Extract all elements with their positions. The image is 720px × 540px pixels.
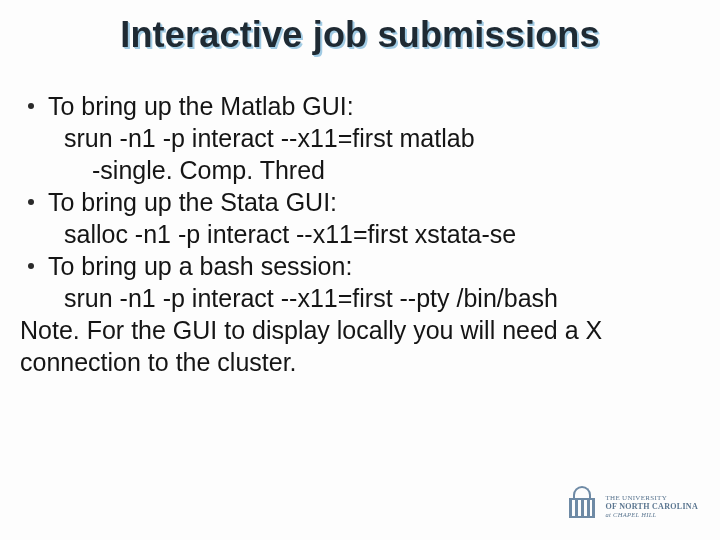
- bullet-lead: To bring up the Stata GUI:: [48, 186, 700, 218]
- logo-line: of NORTH CAROLINA: [605, 502, 698, 511]
- bullet-lead: To bring up a bash session:: [48, 250, 700, 282]
- bullet-line: salloc -n1 -p interact --x11=first xstat…: [64, 218, 700, 250]
- bullet-line: -single. Comp. Thred: [92, 154, 700, 186]
- bullet-lead: To bring up the Matlab GUI:: [48, 90, 700, 122]
- bullet-dot-icon: [28, 103, 34, 109]
- old-well-icon: [567, 486, 597, 526]
- slide-title: Interactive job submissions: [0, 14, 720, 56]
- bullet-item: To bring up the Stata GUI:: [20, 186, 700, 218]
- bullet-line: srun -n1 -p interact --x11=first --pty /…: [64, 282, 700, 314]
- note-text: Note. For the GUI to display locally you…: [20, 314, 700, 378]
- unc-logo: THE UNIVERSITY of NORTH CAROLINA at CHAP…: [567, 486, 698, 526]
- bullet-item: To bring up the Matlab GUI:: [20, 90, 700, 122]
- bullet-dot-icon: [28, 263, 34, 269]
- slide-body: To bring up the Matlab GUI: srun -n1 -p …: [20, 90, 700, 378]
- logo-line: at CHAPEL HILL: [605, 511, 698, 518]
- bullet-item: To bring up a bash session:: [20, 250, 700, 282]
- logo-text: THE UNIVERSITY of NORTH CAROLINA at CHAP…: [605, 494, 698, 519]
- bullet-line: srun -n1 -p interact --x11=first matlab: [64, 122, 700, 154]
- logo-line: THE UNIVERSITY: [605, 494, 698, 502]
- slide: Interactive job submissions To bring up …: [0, 0, 720, 540]
- bullet-dot-icon: [28, 199, 34, 205]
